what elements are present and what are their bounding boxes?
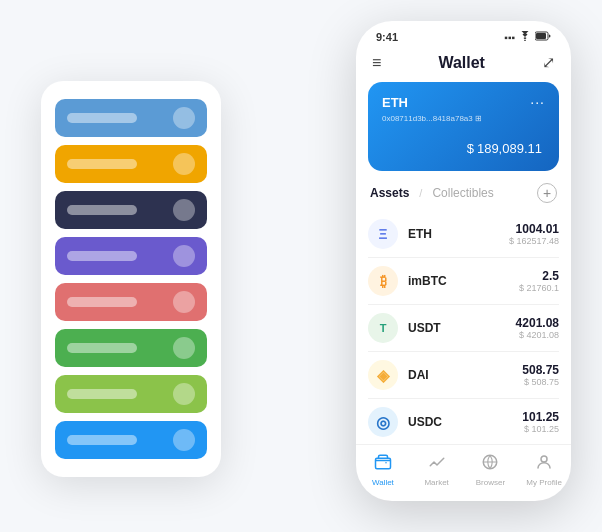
stack-card-green[interactable] xyxy=(55,329,207,367)
nav-wallet[interactable]: Wallet xyxy=(356,453,410,487)
stack-card-dark[interactable] xyxy=(55,191,207,229)
scan-icon[interactable]: ⤢ xyxy=(542,53,555,72)
market-nav-icon xyxy=(428,453,446,476)
asset-usd-eth: $ 162517.48 xyxy=(509,236,559,246)
card-label xyxy=(67,205,137,215)
nav-profile-label: My Profile xyxy=(526,478,562,487)
usdc-icon: ◎ xyxy=(368,407,398,437)
nav-browser[interactable]: Browser xyxy=(464,453,518,487)
card-stack xyxy=(41,81,221,477)
card-label xyxy=(67,297,137,307)
asset-name-eth: ETH xyxy=(408,227,509,241)
page-title: Wallet xyxy=(438,54,485,72)
phone: 9:41 ▪▪▪ ≡ Wallet ⤢ ETH ··· xyxy=(356,21,571,501)
asset-item-eth[interactable]: Ξ ETH 1004.01 $ 162517.48 xyxy=(368,211,559,258)
asset-values-imbtc: 2.5 $ 21760.1 xyxy=(519,269,559,293)
asset-item-usdt[interactable]: T USDT 4201.08 $ 4201.08 xyxy=(368,305,559,352)
asset-values-dai: 508.75 $ 508.75 xyxy=(522,363,559,387)
dai-icon: ◈ xyxy=(368,360,398,390)
asset-usd-usdc: $ 101.25 xyxy=(522,424,559,434)
add-asset-button[interactable]: + xyxy=(537,183,557,203)
asset-amount-imbtc: 2.5 xyxy=(519,269,559,283)
asset-values-usdc: 101.25 $ 101.25 xyxy=(522,410,559,434)
eth-card-name: ETH xyxy=(382,95,408,110)
asset-name-imbtc: imBTC xyxy=(408,274,519,288)
stack-card-blue[interactable] xyxy=(55,99,207,137)
nav-wallet-label: Wallet xyxy=(372,478,394,487)
asset-usd-usdt: $ 4201.08 xyxy=(516,330,559,340)
card-label xyxy=(67,159,137,169)
tab-divider: / xyxy=(419,187,422,199)
stack-card-orange[interactable] xyxy=(55,145,207,183)
card-icon xyxy=(173,153,195,175)
usdt-icon: T xyxy=(368,313,398,343)
eth-card-top: ETH ··· xyxy=(382,94,545,110)
asset-usd-imbtc: $ 21760.1 xyxy=(519,283,559,293)
stack-card-red[interactable] xyxy=(55,283,207,321)
tab-assets[interactable]: Assets xyxy=(370,186,409,200)
asset-amount-eth: 1004.01 xyxy=(509,222,559,236)
card-icon xyxy=(173,429,195,451)
nav-browser-label: Browser xyxy=(476,478,505,487)
asset-item-usdc[interactable]: ◎ USDC 101.25 $ 101.25 xyxy=(368,399,559,444)
status-icons: ▪▪▪ xyxy=(504,31,551,43)
card-label xyxy=(67,435,137,445)
card-icon xyxy=(173,383,195,405)
wallet-nav-icon xyxy=(374,453,392,476)
stack-card-blue2[interactable] xyxy=(55,421,207,459)
eth-icon: Ξ xyxy=(368,219,398,249)
asset-item-dai[interactable]: ◈ DAI 508.75 $ 508.75 xyxy=(368,352,559,399)
card-icon xyxy=(173,245,195,267)
asset-item-imbtc[interactable]: ₿ imBTC 2.5 $ 21760.1 xyxy=(368,258,559,305)
card-icon xyxy=(173,199,195,221)
status-bar: 9:41 ▪▪▪ xyxy=(356,21,571,47)
asset-name-usdt: USDT xyxy=(408,321,516,335)
svg-rect-2 xyxy=(536,33,546,39)
card-icon xyxy=(173,107,195,129)
card-label xyxy=(67,113,137,123)
asset-name-dai: DAI xyxy=(408,368,522,382)
card-label xyxy=(67,251,137,261)
bottom-nav: Wallet Market Browser My Profile xyxy=(356,444,571,501)
profile-nav-icon xyxy=(535,453,553,476)
status-time: 9:41 xyxy=(376,31,398,43)
battery-icon xyxy=(535,31,551,43)
card-label xyxy=(67,389,137,399)
card-label xyxy=(67,343,137,353)
scene: 9:41 ▪▪▪ ≡ Wallet ⤢ ETH ··· xyxy=(21,21,581,511)
asset-list: Ξ ETH 1004.01 $ 162517.48 ₿ imBTC 2.5 $ … xyxy=(356,211,571,444)
asset-values-usdt: 4201.08 $ 4201.08 xyxy=(516,316,559,340)
asset-values-eth: 1004.01 $ 162517.48 xyxy=(509,222,559,246)
nav-profile[interactable]: My Profile xyxy=(517,453,571,487)
signal-icon: ▪▪▪ xyxy=(504,32,515,43)
eth-card-menu[interactable]: ··· xyxy=(530,94,545,110)
svg-point-5 xyxy=(541,456,547,462)
stack-card-purple[interactable] xyxy=(55,237,207,275)
svg-point-0 xyxy=(524,40,526,41)
eth-card-balance: $189,089.11 xyxy=(382,133,545,159)
card-icon xyxy=(173,337,195,359)
imbtc-icon: ₿ xyxy=(368,266,398,296)
asset-usd-dai: $ 508.75 xyxy=(522,377,559,387)
browser-nav-icon xyxy=(481,453,499,476)
asset-amount-usdt: 4201.08 xyxy=(516,316,559,330)
asset-name-usdc: USDC xyxy=(408,415,522,429)
card-icon xyxy=(173,291,195,313)
phone-header: ≡ Wallet ⤢ xyxy=(356,47,571,82)
wifi-icon xyxy=(519,31,531,43)
asset-amount-usdc: 101.25 xyxy=(522,410,559,424)
assets-tabs: Assets / Collectibles + xyxy=(356,183,571,211)
eth-card-address: 0x08711d3b...8418a78a3 ⊞ xyxy=(382,114,545,123)
stack-card-lightgreen[interactable] xyxy=(55,375,207,413)
nav-market-label: Market xyxy=(424,478,448,487)
assets-tabs-left: Assets / Collectibles xyxy=(370,186,494,200)
tab-collectibles[interactable]: Collectibles xyxy=(432,186,493,200)
eth-card[interactable]: ETH ··· 0x08711d3b...8418a78a3 ⊞ $189,08… xyxy=(368,82,559,171)
menu-icon[interactable]: ≡ xyxy=(372,54,381,72)
asset-amount-dai: 508.75 xyxy=(522,363,559,377)
nav-market[interactable]: Market xyxy=(410,453,464,487)
